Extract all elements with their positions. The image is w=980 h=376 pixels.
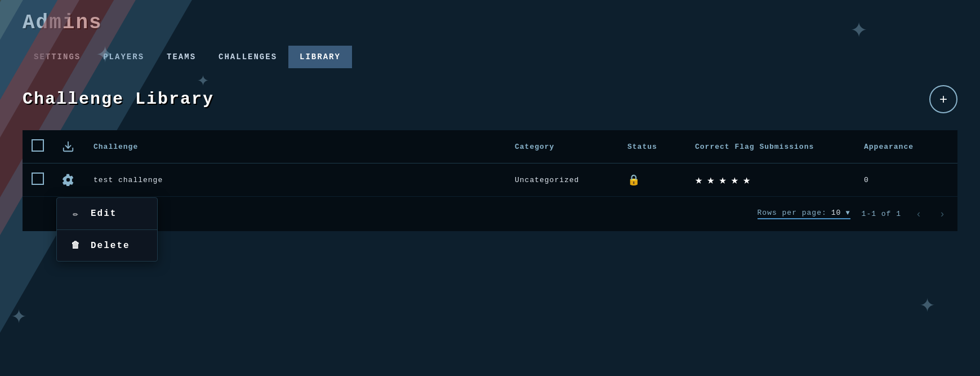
settings-icon[interactable] [60, 171, 77, 188]
nav-library[interactable]: LIBRARY [288, 46, 352, 68]
main-nav: SETTINGS PLAYERS TEAMS CHALLENGES LIBRAR… [23, 46, 957, 68]
dropdown-edit-item[interactable]: ✏ Edit [57, 198, 157, 230]
dropdown-edit-label: Edit [91, 209, 117, 219]
download-icon[interactable] [60, 138, 77, 155]
prev-page-button[interactable]: ‹ [912, 206, 925, 222]
row-checkbox[interactable] [32, 172, 44, 185]
star-4: ★ [731, 172, 738, 188]
header-appearance: Appearance [864, 143, 948, 151]
row-stars: ★ ★ ★ ★ ★ [695, 172, 864, 188]
header-checkbox-cell [32, 139, 60, 154]
table-header-row: Challenge Category Status Correct Flag S… [23, 130, 957, 163]
header-status: Status [627, 143, 695, 151]
row-appearance: 0 [864, 176, 948, 184]
challenge-table: Challenge Category Status Correct Flag S… [23, 130, 957, 231]
pagination-bar: Rows per page: 10 ▼ 1-1 of 1 ‹ › [23, 197, 957, 231]
nav-settings[interactable]: SETTINGS [23, 46, 92, 68]
header-actions-cell [60, 138, 93, 155]
rows-per-page-control: Rows per page: 10 ▼ [758, 209, 850, 219]
header-correct-flag: Correct Flag Submissions [695, 143, 864, 151]
next-page-button[interactable]: › [936, 206, 948, 222]
rows-per-page-label: Rows per page: [758, 209, 827, 217]
nav-teams[interactable]: TEAMS [155, 46, 207, 68]
trash-icon: 🗑 [70, 240, 82, 251]
nav-challenges[interactable]: CHALLENGES [207, 46, 288, 68]
rows-per-page-chevron[interactable]: ▼ [845, 209, 850, 217]
context-menu: ✏ Edit 🗑 Delete [56, 197, 158, 262]
row-status-lock-icon: 🔒 [627, 174, 695, 186]
nav-players[interactable]: PLAYERS [92, 46, 155, 68]
header-category: Category [515, 143, 627, 151]
select-all-checkbox[interactable] [32, 139, 44, 152]
page-info: 1-1 of 1 [862, 210, 901, 218]
add-challenge-button[interactable]: + [929, 85, 957, 113]
sparkle-decoration-5 [920, 288, 935, 320]
row-checkbox-cell [32, 172, 60, 188]
rows-per-page-value: 10 [831, 209, 841, 217]
row-settings-cell [60, 171, 93, 188]
star-5: ★ [743, 172, 750, 188]
sparkle-decoration-4 [11, 299, 26, 331]
row-challenge-name: test challenge [93, 176, 515, 184]
page-title: Challenge Library [23, 90, 214, 109]
dropdown-delete-item[interactable]: 🗑 Delete [57, 230, 157, 261]
header-challenge: Challenge [93, 143, 515, 151]
table-row: test challenge Uncategorized 🔒 ★ ★ ★ ★ ★… [23, 163, 957, 197]
star-1: ★ [695, 172, 702, 188]
star-3: ★ [719, 172, 727, 188]
app-logo: Admins [23, 11, 957, 34]
row-category: Uncategorized [515, 176, 627, 184]
star-2: ★ [707, 172, 714, 188]
dropdown-delete-label: Delete [91, 241, 130, 251]
edit-icon: ✏ [70, 208, 82, 219]
